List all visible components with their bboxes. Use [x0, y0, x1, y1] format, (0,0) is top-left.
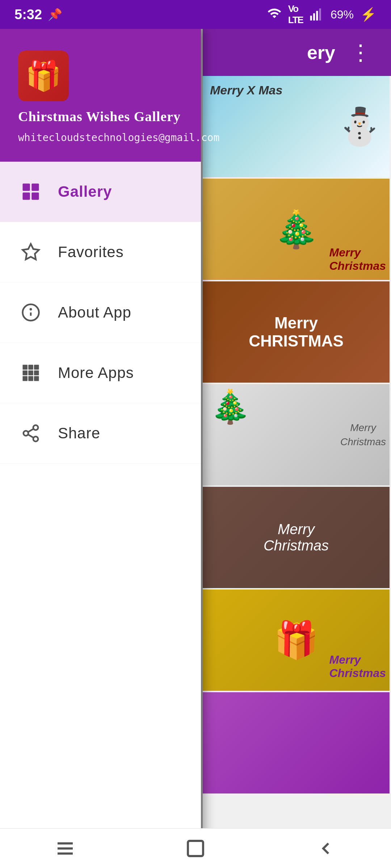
- more-apps-label: More Apps: [58, 364, 134, 382]
- nav-item-more-apps[interactable]: More Apps: [0, 343, 201, 403]
- svg-point-22: [24, 431, 29, 436]
- gallery-grid: Merry X Mas 🎄 MerryChristmas MerryCHRIST…: [203, 76, 391, 868]
- app-name: Chirstmas Wishes Gallery: [18, 109, 183, 124]
- app-email: whitecloudstechnologies@gmail.com: [18, 132, 183, 144]
- gallery-icon: [18, 179, 43, 204]
- about-icon: [18, 300, 43, 325]
- merry-christmas-2-text: MerryChristmas: [264, 521, 329, 554]
- more-options-icon[interactable]: ⋮: [350, 40, 373, 65]
- svg-rect-19: [28, 376, 33, 381]
- battery-percent: 69%: [331, 8, 354, 21]
- clock: 5:32: [14, 7, 42, 22]
- svg-rect-13: [28, 365, 33, 370]
- gallery-header: ery ⋮: [203, 29, 391, 76]
- wreath-icon: 🎄: [274, 208, 319, 251]
- about-label: About App: [58, 304, 131, 321]
- main-screen: ery ⋮ Merry X Mas 🎄 MerryChristmas Merr: [0, 29, 391, 868]
- status-time-area: 5:32 📌: [14, 7, 62, 22]
- drawer-nav-list: Gallery Favorites: [0, 162, 201, 868]
- nav-item-share[interactable]: Share: [0, 403, 201, 464]
- gallery-cell-wreath[interactable]: 🎄 MerryChristmas: [203, 179, 390, 280]
- svg-rect-3: [319, 8, 321, 20]
- pin-icon: 📌: [48, 8, 62, 21]
- wifi-icon: [267, 7, 282, 22]
- nav-item-gallery[interactable]: Gallery: [0, 162, 201, 222]
- gallery-cell-purple[interactable]: [203, 692, 390, 793]
- svg-rect-15: [23, 370, 28, 375]
- share-label: Share: [58, 425, 100, 442]
- status-icons-area: VoLTE 69% ⚡: [267, 3, 377, 26]
- svg-rect-17: [34, 370, 39, 375]
- merry-christmas-gifts-text: MerryChristmas: [329, 653, 386, 680]
- gallery-cell-snowman[interactable]: Merry X Mas: [203, 76, 390, 177]
- navigation-drawer: Chirstmas Wishes Gallery whitecloudstech…: [0, 29, 201, 868]
- svg-rect-2: [316, 11, 318, 21]
- svg-rect-0: [310, 16, 312, 20]
- gallery-img-text: Merry X Mas: [210, 83, 282, 97]
- gallery-cell-gifts[interactable]: 🎁 MerryChristmas: [203, 590, 390, 691]
- svg-line-25: [28, 429, 33, 432]
- svg-rect-7: [31, 192, 39, 200]
- svg-marker-8: [23, 244, 39, 260]
- merry-christmas-text: MerryChristmas: [329, 246, 386, 273]
- merry-christmas-wood-text: MerryCHRISTMAS: [249, 314, 344, 350]
- svg-line-24: [28, 434, 33, 438]
- share-icon: [18, 421, 43, 446]
- drawer-header: Chirstmas Wishes Gallery whitecloudstech…: [0, 29, 201, 162]
- back-button[interactable]: [304, 836, 348, 861]
- gifts-icon: 🎁: [274, 619, 319, 661]
- more-apps-icon: [18, 360, 43, 386]
- nav-item-favorites[interactable]: Favorites: [0, 222, 201, 282]
- svg-rect-1: [313, 13, 315, 21]
- svg-rect-20: [34, 376, 39, 381]
- ornaments-decoration: 🎄: [210, 388, 251, 426]
- ornaments-text: MerryChristmas: [340, 421, 386, 449]
- svg-rect-16: [28, 370, 33, 375]
- svg-point-21: [33, 425, 38, 430]
- square-icon: [185, 838, 206, 859]
- svg-rect-18: [23, 376, 28, 381]
- svg-rect-29: [188, 841, 203, 856]
- svg-rect-4: [23, 184, 30, 191]
- svg-rect-6: [23, 192, 30, 200]
- home-button[interactable]: [174, 836, 217, 861]
- back-arrow-icon: [316, 838, 336, 859]
- navigation-bar: [0, 828, 391, 868]
- status-bar: 5:32 📌 VoLTE 69% ⚡: [0, 0, 391, 29]
- favorites-icon: [18, 239, 43, 265]
- app-icon: [18, 51, 69, 101]
- svg-rect-5: [31, 184, 39, 191]
- svg-point-23: [33, 437, 38, 442]
- gallery-cell-wood[interactable]: MerryCHRISTMAS: [203, 281, 390, 383]
- favorites-label: Favorites: [58, 243, 124, 261]
- gallery-cell-merry2[interactable]: MerryChristmas: [203, 487, 390, 588]
- battery-charging-icon: ⚡: [360, 7, 377, 22]
- gallery-title: ery: [307, 42, 335, 63]
- nav-item-about[interactable]: About App: [0, 282, 201, 343]
- menu-button[interactable]: [43, 836, 87, 861]
- svg-rect-12: [23, 365, 28, 370]
- volte-icon: VoLTE: [288, 3, 303, 26]
- gallery-cell-ornaments[interactable]: 🎄 MerryChristmas: [203, 384, 390, 485]
- hamburger-icon: [55, 838, 75, 859]
- svg-rect-14: [34, 365, 39, 370]
- gallery-label: Gallery: [58, 183, 112, 200]
- signal-icon: [310, 7, 324, 22]
